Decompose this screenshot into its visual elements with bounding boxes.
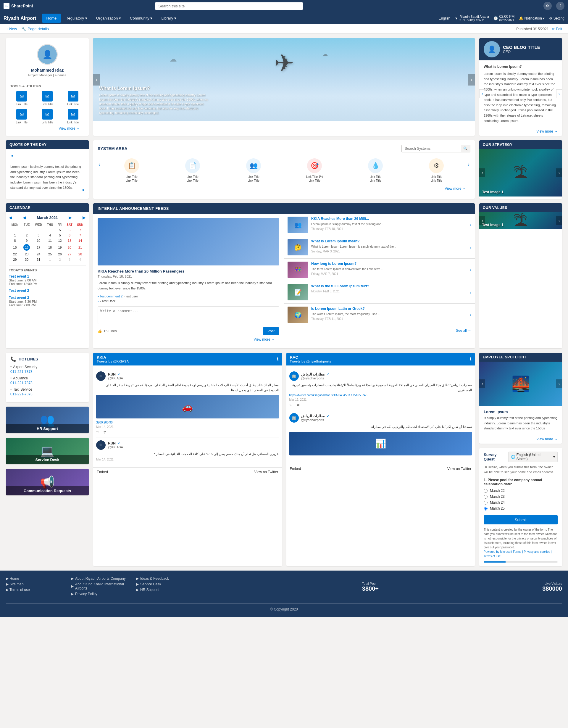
- hero-nav-right[interactable]: ›: [468, 74, 475, 86]
- cal-cell[interactable]: 5: [55, 227, 64, 233]
- hotline-number-1[interactable]: 011-221-7373: [10, 370, 84, 374]
- survey-option-2[interactable]: March 23: [484, 495, 558, 499]
- cal-cell[interactable]: 4: [45, 233, 56, 238]
- system-search[interactable]: 🔍: [401, 145, 470, 152]
- cal-next-btn[interactable]: ▶: [69, 215, 72, 220]
- spotlight-view-more[interactable]: View more →: [479, 435, 562, 444]
- values-nav-left[interactable]: ‹: [479, 216, 485, 225]
- tool-item-3[interactable]: ✉ Link Title: [62, 91, 84, 106]
- survey-language[interactable]: 🌐 English (United States) ▾: [508, 452, 558, 462]
- cal-cell[interactable]: 17: [33, 243, 45, 252]
- sys-icon-6[interactable]: ⚙ Link TitleLink Title: [424, 157, 448, 184]
- nav-item-organization[interactable]: Organization ▾: [92, 14, 125, 23]
- strategy-nav-right[interactable]: ›: [556, 168, 562, 177]
- cal-cell[interactable]: 29: [9, 257, 21, 262]
- spotlight-nav-right[interactable]: ›: [556, 379, 562, 388]
- survey-option-4[interactable]: March 25: [484, 506, 558, 510]
- search-bar-top[interactable]: [155, 2, 303, 10]
- cal-cell[interactable]: 2: [55, 257, 64, 262]
- values-nav-right[interactable]: ›: [556, 216, 562, 225]
- hero-dot-1[interactable]: [275, 131, 278, 133]
- sys-nav-right[interactable]: ›: [467, 157, 470, 172]
- question-icon[interactable]: ?: [556, 2, 564, 10]
- tools-view-more[interactable]: View more →: [10, 124, 84, 133]
- cal-cell[interactable]: 4: [75, 257, 86, 262]
- notification-btn[interactable]: 🔔 Notification ▾: [519, 16, 545, 20]
- tool-item-2[interactable]: ✉ Link Title: [36, 91, 59, 106]
- sys-icon-1[interactable]: 📋 Link TitleLink Title: [120, 157, 144, 184]
- cal-cell[interactable]: 6: [65, 233, 75, 238]
- rac-info-icon[interactable]: ℹ: [470, 357, 471, 361]
- cal-prev-btn[interactable]: ◀: [9, 215, 12, 220]
- nav-item-regulatory[interactable]: Regulatory ▾: [61, 14, 91, 23]
- sys-icon-4[interactable]: 🎯 Link Title 1%Link Title: [302, 157, 326, 184]
- cal-cell[interactable]: 12: [55, 238, 64, 243]
- cal-cell[interactable]: 13: [65, 238, 75, 243]
- cal-cell[interactable]: 15: [9, 243, 21, 252]
- rac-retweet-btn-1[interactable]: ⇄: [297, 403, 299, 407]
- sys-icon-3[interactable]: 👥 Link TitleLink Title: [242, 157, 266, 184]
- announce-list-item-4[interactable]: 📝 What is the full Lorem Ipsum text? Mon…: [284, 281, 475, 304]
- footer-service-desk[interactable]: ▶ Service Desk: [136, 582, 195, 586]
- cal-cell[interactable]: 22: [9, 252, 21, 257]
- cal-cell[interactable]: 1: [45, 257, 56, 262]
- event-name-2[interactable]: Test event 2: [9, 289, 86, 293]
- language-selector[interactable]: English: [439, 16, 450, 20]
- post-button[interactable]: Post: [263, 327, 279, 335]
- rac-like-btn-1[interactable]: ♡: [289, 403, 292, 407]
- sys-icon-5[interactable]: 💧 Link TitleLink Title: [363, 157, 387, 184]
- kkia-like-btn-1[interactable]: ♡: [96, 430, 99, 434]
- cal-cell[interactable]: 20: [65, 243, 75, 252]
- announce-view-more[interactable]: View more →: [98, 335, 279, 344]
- kkia-info-icon[interactable]: ℹ: [277, 357, 279, 361]
- nav-item-library[interactable]: Library ▾: [157, 14, 180, 23]
- cal-cell[interactable]: 7: [75, 227, 86, 233]
- cal-cell[interactable]: [9, 227, 21, 233]
- kkia-retweet-btn-1[interactable]: ⇄: [104, 430, 106, 434]
- rac-tweet-link-1[interactable]: https://twitter.com/ksagaca/status/13704…: [289, 394, 472, 397]
- ceo-nav-right[interactable]: ›: [556, 89, 562, 98]
- new-button[interactable]: + New: [6, 27, 17, 31]
- cal-cell[interactable]: 24: [33, 252, 45, 257]
- ceo-view-more[interactable]: View more →: [479, 127, 562, 136]
- footer-terms-link[interactable]: ▶ Terms of use: [6, 588, 65, 592]
- ceo-nav-left[interactable]: ‹: [479, 89, 485, 98]
- rac-view-on-twitter[interactable]: View on Twitter: [447, 467, 471, 471]
- hero-nav-left[interactable]: ‹: [93, 74, 100, 86]
- cal-cell[interactable]: 25: [45, 252, 56, 257]
- footer-about-kkia[interactable]: ▶ About King Khalid International Airpor…: [71, 582, 130, 590]
- survey-radio-1[interactable]: [484, 489, 487, 493]
- tool-item-4[interactable]: ✉ Link Title: [10, 109, 33, 124]
- cal-cell[interactable]: 14: [75, 238, 86, 243]
- cal-cell[interactable]: 21: [75, 243, 86, 252]
- communication-link[interactable]: 📢 Communication Requests: [6, 469, 89, 495]
- spotlight-nav-left[interactable]: ‹: [479, 379, 485, 388]
- survey-option-1[interactable]: March 22: [484, 489, 558, 493]
- cal-cell[interactable]: 28: [75, 252, 86, 257]
- survey-option-3[interactable]: March 24: [484, 500, 558, 505]
- cal-next2-btn[interactable]: ▶: [83, 215, 86, 220]
- setting-btn[interactable]: ⚙ Setting: [549, 16, 564, 20]
- cal-cell[interactable]: [45, 227, 56, 233]
- sys-nav-left[interactable]: ‹: [98, 157, 101, 172]
- system-search-button[interactable]: 🔍: [461, 145, 470, 152]
- tool-item-6[interactable]: ✉ Link Title: [62, 109, 84, 124]
- cal-cell[interactable]: 10: [33, 238, 45, 243]
- rac-embed-link[interactable]: Embed: [290, 467, 301, 471]
- event-name-1[interactable]: Test event 1: [9, 274, 86, 278]
- kkia-embed-link[interactable]: Embed: [97, 470, 108, 474]
- cal-cell[interactable]: 11: [45, 238, 56, 243]
- sys-icon-2[interactable]: 📄 Link TitleLink Title: [181, 157, 205, 184]
- survey-radio-4[interactable]: [484, 507, 487, 510]
- footer-about-rac[interactable]: ▶ About Riyadh Airports Company: [71, 576, 130, 581]
- cal-cell[interactable]: 3: [33, 233, 45, 238]
- survey-radio-2[interactable]: [484, 495, 487, 499]
- announce-list-item-1[interactable]: 👥 KKIA Reaches More than 26 Milli... Lor…: [284, 214, 475, 236]
- footer-privacy[interactable]: ▶ Privacy Policy: [71, 592, 130, 596]
- cal-cell[interactable]: [33, 227, 45, 233]
- cal-cell[interactable]: 8: [9, 238, 21, 243]
- hotline-number-3[interactable]: 011-221-7373: [10, 392, 84, 396]
- cal-cell[interactable]: 30: [21, 257, 33, 262]
- comment-input[interactable]: [98, 306, 279, 324]
- cal-cell[interactable]: 31: [33, 257, 45, 262]
